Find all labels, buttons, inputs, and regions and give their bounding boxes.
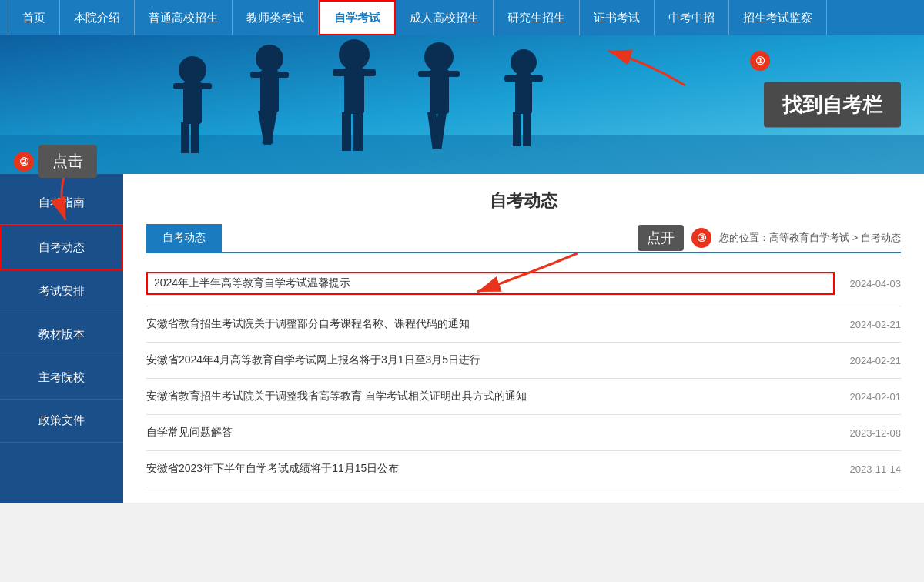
news-title-4: 安徽省教育招生考试院关于调整我省高等教育 自学考试相关证明出具方式的通知: [146, 390, 835, 403]
svg-point-2: [179, 56, 206, 84]
main-wrapper: ② 点击 自考指南 自考动态 考试安排 教材版本 主考院校 政策文件 自考动态 …: [0, 174, 924, 503]
sidebar-item-news[interactable]: 自考动态: [0, 225, 123, 270]
annotation-arrow-1: [601, 47, 693, 93]
nav-item-intro[interactable]: 本院介绍: [60, 0, 135, 35]
nav-item-college[interactable]: 普通高校招生: [135, 0, 233, 35]
svg-rect-16: [353, 112, 363, 151]
svg-rect-1: [0, 135, 924, 174]
news-date-4: 2024-02-01: [850, 391, 902, 403]
nav-item-graduate[interactable]: 研究生招生: [494, 0, 580, 35]
news-date-6: 2023-11-14: [850, 463, 902, 475]
svg-point-22: [511, 49, 537, 75]
svg-rect-26: [523, 112, 531, 146]
nav-item-adult[interactable]: 成人高校招生: [396, 0, 494, 35]
news-title-3: 安徽省2024年4月高等教育自学考试网上报名将于3月1日至3月5日进行: [146, 353, 835, 367]
annotation-circle-2: ②: [14, 152, 34, 172]
svg-point-12: [339, 39, 370, 70]
svg-rect-5: [181, 122, 189, 153]
annotation-circle-3: ③: [691, 228, 711, 248]
svg-rect-9: [250, 72, 289, 78]
news-title-2: 安徽省教育招生考试院关于调整部分自考课程名称、课程代码的通知: [146, 317, 835, 331]
svg-rect-6: [191, 122, 199, 153]
content-layout: 自考指南 自考动态 考试安排 教材版本 主考院校 政策文件 自考动态 自考动态 …: [0, 174, 924, 503]
news-date-2: 2024-02-21: [850, 319, 902, 330]
news-item-6[interactable]: 安徽省2023年下半年自学考试成绩将于11月15日公布 2023-11-14: [146, 451, 901, 487]
sidebar-item-textbook[interactable]: 教材版本: [0, 313, 123, 356]
top-navigation: 首页 本院介绍 普通高校招生 教师类考试 自学考试 成人高校招生 研究生招生 证…: [0, 0, 924, 35]
news-date-5: 2023-12-08: [850, 427, 902, 439]
news-item-2[interactable]: 安徽省教育招生考试院关于调整部分自考课程名称、课程代码的通知 2024-02-2…: [146, 306, 901, 343]
main-content: 自考动态 自考动态 点开 ③ 您的位置：高等教育自学考试 > 自考动态: [123, 174, 924, 503]
news-date-3: 2024-02-21: [850, 355, 902, 366]
svg-point-17: [424, 42, 454, 72]
svg-rect-19: [418, 71, 460, 77]
news-item-4[interactable]: 安徽省教育招生考试院关于调整我省高等教育 自学考试相关证明出具方式的通知 202…: [146, 379, 901, 415]
click-label: 点击: [38, 145, 97, 178]
annotation-circle-1: ①: [750, 51, 770, 71]
sidebar-item-schedule[interactable]: 考试安排: [0, 270, 123, 313]
breadcrumb: 您的位置：高等教育自学考试 > 自考动态: [719, 231, 901, 245]
nav-item-teacher[interactable]: 教师类考试: [233, 0, 319, 35]
svg-rect-25: [513, 112, 521, 146]
tab-selfexam-news[interactable]: 自考动态: [146, 224, 222, 252]
svg-point-7: [256, 45, 283, 72]
svg-rect-24: [504, 75, 543, 82]
nav-item-selfexam[interactable]: 自学考试: [319, 0, 396, 35]
annotation-3-area: 点开 ③ 您的位置：高等教育自学考试 > 自考动态: [638, 225, 901, 251]
nav-item-cert[interactable]: 证书考试: [580, 0, 654, 35]
page-title: 自考动态: [146, 189, 901, 212]
annotation-2-area: ② 点击: [14, 145, 97, 178]
open-label: 点开: [638, 225, 684, 251]
annotation-1-area: ①: [750, 51, 770, 71]
news-title-5: 自学常见问题解答: [146, 426, 835, 440]
svg-rect-14: [333, 69, 376, 76]
news-item-5[interactable]: 自学常见问题解答 2023-12-08: [146, 415, 901, 451]
nav-item-midexam[interactable]: 中考中招: [654, 0, 729, 35]
news-title-6: 安徽省2023年下半年自学考试成绩将于11月15日公布: [146, 462, 835, 476]
sidebar-item-policy[interactable]: 政策文件: [0, 400, 123, 443]
news-date-1: 2024-04-03: [850, 278, 902, 289]
svg-rect-15: [342, 112, 351, 151]
annotation-arrow-3: [454, 249, 608, 296]
nav-item-supervision[interactable]: 招生考试监察: [729, 0, 827, 35]
banner: ① 找到自考栏: [0, 35, 924, 174]
svg-rect-4: [173, 83, 212, 89]
nav-item-home[interactable]: 首页: [8, 0, 60, 35]
sidebar-item-college[interactable]: 主考院校: [0, 356, 123, 400]
news-item-3[interactable]: 安徽省2024年4月高等教育自学考试网上报名将于3月1日至3月5日进行 2024…: [146, 343, 901, 379]
banner-label: 找到自考栏: [764, 82, 901, 128]
